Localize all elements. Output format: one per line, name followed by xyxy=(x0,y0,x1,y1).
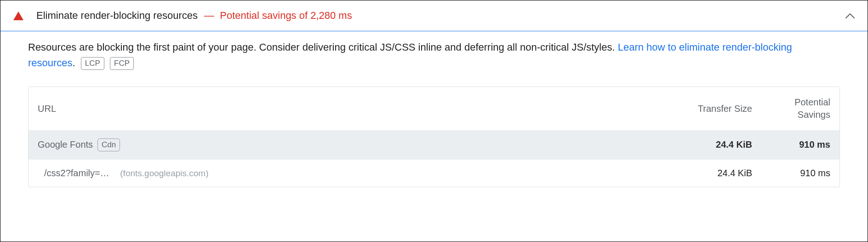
group-name: Google Fonts xyxy=(38,139,93,150)
item-transfer: 24.4 KiB xyxy=(660,160,761,187)
savings-value: Potential savings of 2,280 ms xyxy=(220,10,352,21)
chevron-up-icon xyxy=(845,13,855,18)
fcp-badge: FCP xyxy=(110,57,134,70)
audit-description: Resources are blocking the first paint o… xyxy=(28,40,840,71)
group-transfer: 24.4 KiB xyxy=(660,130,761,160)
audit-body: Resources are blocking the first paint o… xyxy=(0,31,868,200)
table-group-row: Google Fonts Cdn 24.4 KiB 910 ms xyxy=(29,130,839,160)
group-savings: 910 ms xyxy=(761,130,839,160)
audit-title: Eliminate render-blocking resources xyxy=(36,10,198,22)
item-url-cell: /css2?family=… (fonts.googleapis.com) xyxy=(29,160,660,187)
item-savings: 910 ms xyxy=(761,160,839,187)
col-header-transfer: Transfer Size xyxy=(660,87,761,130)
separator-dash: — xyxy=(204,10,214,21)
audit-panel: Eliminate render-blocking resources — Po… xyxy=(0,0,868,242)
item-path: /css2?family=… xyxy=(44,168,109,178)
description-post: . xyxy=(73,57,75,69)
resources-table: URL Transfer Size Potential Savings Goog… xyxy=(28,86,840,187)
item-domain: (fonts.googleapis.com) xyxy=(120,168,208,178)
col-header-url: URL xyxy=(29,87,660,130)
col-header-savings: Potential Savings xyxy=(761,87,839,130)
group-label: Google Fonts Cdn xyxy=(38,138,120,151)
description-text: Resources are blocking the first paint o… xyxy=(28,41,618,53)
audit-savings: — Potential savings of 2,280 ms xyxy=(201,10,352,22)
lcp-badge: LCP xyxy=(81,57,104,70)
audit-header[interactable]: Eliminate render-blocking resources — Po… xyxy=(0,0,868,31)
cdn-badge: Cdn xyxy=(97,138,120,151)
warning-triangle-icon xyxy=(13,12,23,20)
group-label-cell: Google Fonts Cdn xyxy=(29,130,660,160)
table-item-row: /css2?family=… (fonts.googleapis.com) 24… xyxy=(29,160,839,187)
collapse-toggle[interactable] xyxy=(845,13,855,18)
